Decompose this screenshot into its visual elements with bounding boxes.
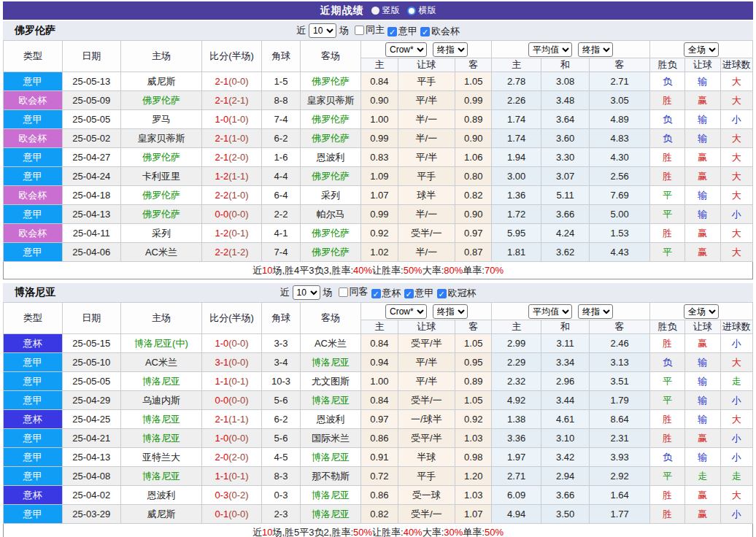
date-cell: 25-04-13 [62,448,121,467]
filter-checkbox[interactable]: 同主 [355,23,385,36]
match-count-select[interactable]: 10 [293,285,320,300]
vertical-layout-radio[interactable]: 竖版 [371,4,400,17]
odds-away-cell: 1.03 [455,429,492,448]
avg-draw-cell: 3.08 [541,72,589,91]
average-select[interactable]: 平均值 [528,42,572,57]
fulltime-score: 1-0 [215,338,228,349]
odds-final-select[interactable]: 终指 [433,42,468,57]
odds-home-cell: 0.90 [361,91,398,110]
summary-text: 10 [262,527,272,537]
odds-handicap-cell: 受一球 [398,486,455,505]
filter-checkbox[interactable]: ✓欧会杯 [420,25,460,38]
avg-home-cell: 2.99 [492,334,541,353]
odds-handicap-cell: 半/一 [398,129,455,148]
odds-final-select[interactable]: 终指 [433,304,468,319]
result-handicap-header: 让球 [685,58,720,72]
avg-away-cell: 1.79 [590,391,650,410]
odds-home-cell: 1.00 [361,372,398,391]
result-handicap-cell: 输 [685,186,720,205]
fulltime-score: 1-1 [215,376,228,387]
avg-away-cell: 1.77 [590,505,650,524]
match-count-select[interactable]: 10 [309,23,336,38]
result-handicap-cell: 赢 [685,224,720,243]
score-cell: 1-2(0-1) [201,224,262,243]
radio-selected-icon[interactable] [371,7,379,15]
filter-checkbox[interactable]: ✓意甲 [387,25,417,38]
odds-handicap-cell: 受半/一 [398,224,455,243]
league-badge: 意甲 [4,243,63,262]
odds-away-cell: 0.90 [455,205,492,224]
table-row: 意甲25-05-10AC米兰3-1(0-0)3-4博洛尼亚0.94平/半0.95… [4,353,753,372]
league-badge: 欧会杯 [4,224,63,243]
avg-home-cell: 1.97 [492,448,541,467]
corner-cell: 1-5 [262,72,300,91]
horizontal-layout-radio[interactable]: 横版 [407,4,436,17]
result-handicap-cell: 赢 [685,505,720,524]
home-team-cell: 皇家贝蒂斯 [121,129,202,148]
checkbox-unchecked-icon[interactable] [339,287,348,297]
vertical-layout-label: 竖版 [382,4,400,17]
bookmaker-select[interactable]: Crow* [385,304,427,319]
away-team-cell: 佛罗伦萨 [300,72,361,91]
avg-away-cell: 1.53 [590,224,650,243]
avg-away-cell: 4.83 [590,129,650,148]
avg-draw-header: 和 [541,320,589,334]
col-away-header: 客场 [300,41,361,72]
filter-checkbox[interactable]: ✓意甲 [404,287,434,300]
table-row: 意甲25-04-29乌迪内斯0-0(0-0)5-6博洛尼亚0.84受半/一1.0… [4,391,753,410]
col-type-header: 类型 [4,41,63,72]
result-wdl-header: 胜负 [649,58,684,72]
checkbox-checked-icon[interactable]: ✓ [387,27,397,36]
fulltime-score: 3-1 [215,357,228,368]
radio-unselected-icon[interactable] [407,7,416,15]
odds-home-cell: 0.97 [361,410,398,429]
checkbox-unchecked-icon[interactable] [355,26,364,35]
checkbox-checked-icon[interactable]: ✓ [404,289,414,298]
filter-label: 意杯 [382,287,401,300]
result-goals-cell: 大 [720,167,752,186]
league-badge: 意甲 [4,467,63,486]
filter-checkbox[interactable]: ✓欧冠杯 [437,287,477,300]
result-handicap-cell: 赢 [685,148,720,167]
fulltime-select[interactable]: 全场 [684,304,719,319]
filter-label: 意甲 [398,25,417,38]
avg-draw-cell: 3.60 [541,129,589,148]
avg-home-header: 主 [492,58,541,72]
checkbox-checked-icon[interactable]: ✓ [371,289,381,298]
average-final-select[interactable]: 终指 [578,42,613,57]
odds-home-cell: 0.84 [361,72,398,91]
avg-draw-cell: 3.34 [541,353,589,372]
avg-away-cell: 3.13 [590,353,650,372]
team-name: 博洛尼亚 [15,286,55,299]
odds-home-cell: 1.07 [361,186,398,205]
bookmaker-select[interactable]: Crow* [385,42,427,57]
score-cell: 1-2(1-1) [201,167,262,186]
result-handicap-cell: 输 [685,205,720,224]
home-team-cell: 博洛尼亚(中) [121,334,202,353]
corner-cell: 3-4 [262,353,300,372]
result-handicap-cell: 输 [685,110,720,129]
odds-home-cell: 0.92 [361,224,398,243]
result-handicap-cell: 输 [685,448,720,467]
odds-away-cell: 0.95 [455,353,492,372]
league-badge: 意甲 [4,505,63,524]
score-cell: 0-3(0-2) [201,486,262,505]
avg-home-cell: 1.36 [492,186,541,205]
fulltime-select[interactable]: 全场 [684,42,719,57]
result-goals-cell: 大 [720,91,752,110]
date-cell: 25-04-29 [62,391,121,410]
checkbox-checked-icon[interactable]: ✓ [420,27,430,36]
league-badge: 意甲 [4,372,63,391]
avg-away-cell: 4.43 [590,243,650,262]
filter-checkbox[interactable]: ✓意杯 [371,287,401,300]
filter-checkbox[interactable]: 同客 [339,285,369,298]
result-goals-cell: 大 [720,186,752,205]
checkbox-checked-icon[interactable]: ✓ [437,289,447,298]
average-final-select[interactable]: 终指 [578,304,613,319]
average-select[interactable]: 平均值 [528,304,572,319]
away-team-cell: 国际米兰 [300,429,361,448]
date-cell: 25-04-08 [62,467,121,486]
odds-away-cell: 1.06 [455,148,492,167]
avg-draw-header: 和 [541,58,589,72]
summary-bologna: 近10场,胜5平3负2, 胜率:50% 让胜率:40% 大率:30% 单率:50… [3,524,753,537]
